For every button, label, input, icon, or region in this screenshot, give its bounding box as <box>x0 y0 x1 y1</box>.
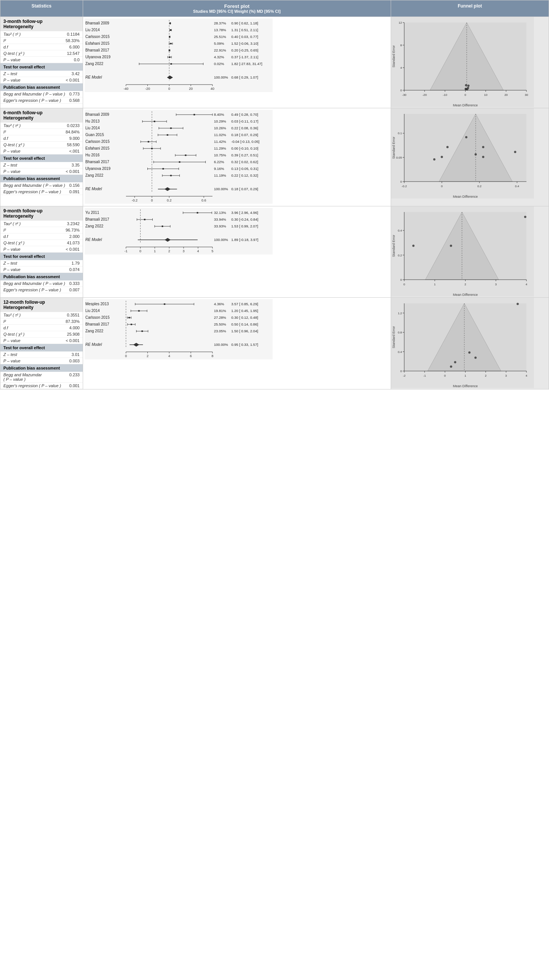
stat-row: I² 84.84% <box>0 129 83 135</box>
stat-label: P – value <box>3 57 20 62</box>
svg-point-198 <box>514 151 516 153</box>
svg-text:0.95 [ 0.33, 1.57]: 0.95 [ 0.33, 1.57] <box>231 342 258 347</box>
overall-effect-header: Test for overall effect <box>0 253 83 260</box>
svg-rect-144 <box>151 148 153 149</box>
svg-rect-20 <box>169 36 170 38</box>
svg-text:32.13%: 32.13% <box>214 210 226 215</box>
stat-label: I² <box>3 38 6 43</box>
svg-text:13.78%: 13.78% <box>214 28 226 32</box>
svg-point-200 <box>482 156 484 158</box>
svg-text:0.49 [ 0.28, 0.70]: 0.49 [ 0.28, 0.70] <box>231 112 258 116</box>
svg-point-196 <box>433 158 436 161</box>
svg-text:0.05: 0.05 <box>396 156 402 159</box>
stat-row: Q-test ( χ² ) 41.073 <box>0 240 83 246</box>
svg-text:33.94%: 33.94% <box>214 217 226 221</box>
header-statistics: Statistics <box>0 0 83 17</box>
svg-text:-1: -1 <box>124 249 127 253</box>
svg-point-266 <box>524 216 527 218</box>
stat-label: Tau² ( τ² ) <box>3 32 21 37</box>
stat-value: 84.84% <box>65 130 80 134</box>
svg-text:1.2: 1.2 <box>398 312 403 315</box>
main-table: Statistics Forest plot Studies MD [95% C… <box>0 0 549 390</box>
svg-text:RE Model: RE Model <box>85 237 102 242</box>
svg-text:Standard Error: Standard Error <box>392 137 396 159</box>
overall-row: Z – test 1.79 <box>0 260 83 267</box>
svg-text:4: 4 <box>526 374 528 377</box>
svg-rect-316 <box>130 324 132 325</box>
stat-row: Q-test ( χ² ) 58.590 <box>0 142 83 148</box>
svg-text:Liu 2014: Liu 2014 <box>85 28 100 32</box>
stat-value: 0.0233 <box>67 123 80 128</box>
svg-text:4.36%: 4.36% <box>214 302 224 306</box>
stat-row: d.f 9.000 <box>0 135 83 142</box>
svg-text:Esfahani 2015: Esfahani 2015 <box>85 146 110 150</box>
stat-value: 4.000 <box>69 326 80 330</box>
stat-value: 0.003 <box>69 359 80 363</box>
svg-text:0.18 [ 0.07, 0.29]: 0.18 [ 0.07, 0.29] <box>231 187 258 191</box>
svg-point-76 <box>465 84 468 86</box>
svg-text:Liu 2014: Liu 2014 <box>85 309 100 313</box>
stat-label: P – value <box>3 267 20 272</box>
pub-bias-value: 0.773 <box>69 92 80 96</box>
stat-value: 0.0 <box>74 57 80 62</box>
pub-bias-row: Begg and Mazumdar ( P – value ) 0.773 <box>0 91 83 97</box>
svg-text:27.28%: 27.28% <box>214 315 226 320</box>
stat-label: P – value <box>3 149 20 153</box>
svg-text:3: 3 <box>183 249 185 253</box>
funnel-cell-12month: -2-101234Mean DifferenceStandard Error00… <box>391 298 549 390</box>
svg-rect-34 <box>169 49 170 51</box>
svg-text:Carlsson 2015: Carlsson 2015 <box>85 140 110 143</box>
svg-text:2: 2 <box>168 249 170 253</box>
svg-text:100.00%: 100.00% <box>214 187 228 191</box>
forest-cell-12month: Mesples 20134.36%3.57 [ 0.85, 6.29]Liu 2… <box>83 298 391 390</box>
svg-point-346 <box>517 303 519 305</box>
stat-row: P – value 0.0 <box>0 57 83 63</box>
stat-value: < 0.001 <box>66 78 80 82</box>
svg-text:6: 6 <box>190 354 192 358</box>
svg-point-193 <box>446 146 449 148</box>
svg-text:30: 30 <box>525 93 528 97</box>
svg-text:3.57 [ 0.85, 6.29]: 3.57 [ 0.85, 6.29] <box>231 302 258 306</box>
pub-bias-label: Egger's regression ( P – value ) <box>3 288 61 292</box>
svg-text:2: 2 <box>465 283 466 286</box>
svg-text:-0.2: -0.2 <box>132 199 138 202</box>
svg-text:Zang 2022: Zang 2022 <box>85 173 103 177</box>
svg-rect-323 <box>142 331 143 332</box>
svg-text:8: 8 <box>401 44 403 47</box>
pub-bias-label: Begg and Mazumdar ( P – value ) <box>3 281 65 286</box>
stat-value: 0.074 <box>69 267 80 272</box>
svg-text:1.89 [-0.18, 3.97]: 1.89 [-0.18, 3.97] <box>231 237 258 242</box>
svg-text:0.40 [ 0.03, 0.77]: 0.40 [ 0.03, 0.77] <box>231 35 258 39</box>
svg-rect-232 <box>144 219 145 220</box>
funnel-cell-6month: -0.200.20.4Mean DifferenceStandard Error… <box>391 108 549 206</box>
pub-bias-row: Begg and Mazumdar ( P – value ) 0.233 <box>0 372 83 383</box>
svg-rect-309 <box>128 317 130 318</box>
section-header: 6-month follow-upHeterogeneity <box>0 108 83 123</box>
svg-point-195 <box>474 153 477 156</box>
svg-point-197 <box>441 156 443 158</box>
stat-value: <.001 <box>69 149 80 153</box>
pub-bias-row: Egger's regression ( P – value ) 0.091 <box>0 189 83 195</box>
svg-rect-137 <box>148 141 149 142</box>
stat-label: Q-test ( χ² ) <box>3 51 24 56</box>
svg-rect-165 <box>162 168 164 170</box>
svg-text:0.2: 0.2 <box>398 254 403 257</box>
svg-text:0: 0 <box>151 199 153 202</box>
svg-rect-158 <box>178 161 180 163</box>
overall-row: P – value 0.074 <box>0 267 83 273</box>
stat-label: P – value <box>3 78 20 82</box>
stat-label: Tau² ( τ² ) <box>3 221 21 226</box>
svg-text:0: 0 <box>404 283 405 286</box>
svg-text:Liu 2014: Liu 2014 <box>85 126 100 130</box>
pub-bias-header: Publication bias assessment <box>0 273 83 280</box>
svg-rect-48 <box>170 63 172 65</box>
stats-cell-6month: 6-month follow-upHeterogeneity Tau² ( τ²… <box>0 108 83 206</box>
svg-text:1.53 [ 0.99, 2.07]: 1.53 [ 0.99, 2.07] <box>231 224 258 228</box>
svg-text:Esfahani 2015: Esfahani 2015 <box>85 41 110 46</box>
svg-text:25.50%: 25.50% <box>214 322 226 326</box>
svg-text:0.20 [-0.25, 0.65]: 0.20 [-0.25, 0.65] <box>231 48 258 52</box>
pub-bias-row: Egger's regression ( P – value ) 0.568 <box>0 97 83 104</box>
svg-text:5.09%: 5.09% <box>214 41 224 46</box>
svg-rect-225 <box>197 212 198 213</box>
stat-value: 3.42 <box>72 72 80 76</box>
